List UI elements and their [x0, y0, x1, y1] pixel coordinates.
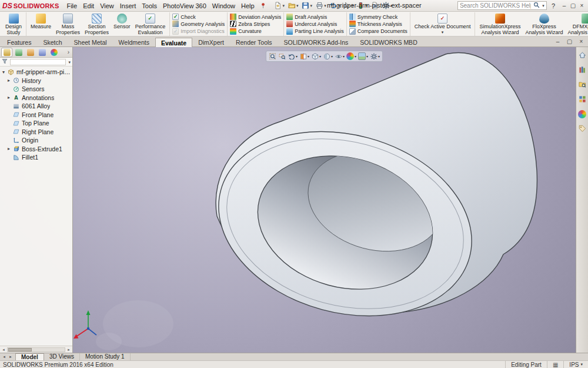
custom-properties-button[interactable] — [577, 124, 587, 134]
deviation-analysis-button[interactable]: Deviation Analysis — [230, 14, 281, 20]
sensor-button[interactable]: Sensor — [111, 13, 133, 30]
pin-menu-button[interactable] — [260, 2, 267, 9]
panel-tab-displaymanager[interactable] — [48, 48, 59, 57]
menu-insert[interactable]: Insert — [117, 2, 139, 10]
tree-item-top-plane[interactable]: Top Plane — [0, 119, 72, 128]
tree-item-6061-alloy[interactable]: 6061 Alloy — [0, 102, 72, 111]
geometry-analysis-button[interactable]: Geometry Analysis — [172, 21, 225, 27]
expand-arrow-icon[interactable]: ▸ — [6, 78, 11, 83]
tree-item-fillet1[interactable]: Fillet1 — [0, 153, 72, 162]
tree-item-boss-extrude1[interactable]: ▸Boss-Extrude1 — [0, 145, 72, 154]
tree-filter-input[interactable] — [10, 59, 66, 65]
tab-dimxpert[interactable]: DimXpert — [192, 37, 230, 47]
graphics-scene[interactable] — [0, 47, 576, 353]
tab-weldments[interactable]: Weldments — [113, 37, 155, 47]
bottom-tab-model[interactable]: Model — [15, 353, 44, 360]
scrollbar-thumb[interactable] — [8, 348, 32, 352]
tabs-scroll-left-button[interactable]: ◂ — [1, 354, 7, 359]
panel-expand-arrow[interactable]: › — [66, 49, 71, 55]
tab-sketch[interactable]: Sketch — [37, 37, 68, 47]
draft-analysis-button[interactable]: Draft Analysis — [286, 14, 327, 20]
display-style-button[interactable]: ▾ — [322, 52, 333, 60]
graphics-viewport[interactable]: ▾▾▾▾▾▾▾▾ — [0, 47, 588, 353]
part-3d-model[interactable] — [198, 53, 537, 343]
panel-tab-dimxpertmanager[interactable] — [36, 48, 48, 57]
grid-status-cell[interactable]: ▦ — [547, 361, 563, 368]
view-orientation-button[interactable]: ▾ — [310, 52, 322, 60]
tab-sheet-metal[interactable]: Sheet Metal — [68, 37, 113, 47]
measure-button[interactable]: Measure — [28, 13, 54, 30]
menu-help[interactable]: Help — [238, 2, 258, 10]
bottom-tab-3d-views[interactable]: 3D Views — [44, 353, 80, 360]
section-view-button[interactable]: ▾ — [299, 52, 310, 60]
compare-documents-button[interactable]: Compare Documents — [349, 28, 407, 35]
doc-restore-button[interactable]: ▢ — [565, 38, 574, 46]
tree-horizontal-scrollbar[interactable]: ◂ ▸ — [0, 346, 72, 353]
search-caret-icon[interactable]: ▾ — [542, 4, 544, 8]
expand-arrow-icon[interactable]: ▸ — [6, 95, 11, 100]
restore-button[interactable]: ▢ — [569, 2, 577, 10]
zebra-stripes-button[interactable]: Zebra Stripes — [230, 21, 270, 27]
symmetry-check-button[interactable]: Symmetry Check — [349, 14, 398, 20]
tree-item-origin[interactable]: Origin — [0, 136, 72, 145]
appearances-scenes-button[interactable] — [577, 109, 587, 119]
view-settings-button[interactable]: ▾ — [369, 52, 380, 60]
menu-photoview-360[interactable]: PhotoView 360 — [160, 2, 209, 10]
unit-system-cell[interactable]: IPS ▾ — [563, 361, 588, 368]
doc-close-button[interactable]: × — [577, 38, 586, 46]
menu-file[interactable]: File — [64, 2, 80, 10]
design-study-button[interactable]: DesignStudy — [3, 13, 24, 35]
apply-scene-button[interactable]: ▾ — [358, 52, 369, 60]
performance-evaluation-button[interactable]: PerformanceEvaluation — [133, 13, 168, 35]
tab-solidworks-add-ins[interactable]: SOLIDWORKS Add-Ins — [278, 37, 355, 47]
previous-view-button[interactable]: ▾ — [287, 52, 298, 60]
print-button[interactable]: ▾ — [314, 1, 328, 11]
dfmxpress-analysis-wizard-button[interactable]: DFMXpressAnalysis Wizard — [565, 13, 588, 35]
solidworks-resources-button[interactable] — [577, 50, 587, 60]
scrollbar-track[interactable] — [7, 347, 65, 352]
panel-tab-configurationmanager[interactable] — [25, 48, 36, 57]
mass-properties-button[interactable]: MassProperties — [54, 13, 82, 35]
filter-caret-icon[interactable]: ▾ — [68, 60, 71, 64]
tree-item-sensors[interactable]: Sensors — [0, 85, 72, 94]
tree-item-right-plane[interactable]: Right Plane — [0, 128, 72, 137]
tree-item-annotations[interactable]: ▸AAnnotations — [0, 94, 72, 102]
menu-edit[interactable]: Edit — [80, 2, 97, 10]
thickness-analysis-button[interactable]: Thickness Analysis — [349, 21, 402, 27]
bottom-tab-motion-study-1[interactable]: Motion Study 1 — [80, 353, 131, 360]
save-button[interactable]: ▾ — [300, 1, 314, 11]
tree-item-front-plane[interactable]: Front Plane — [0, 111, 72, 120]
parting-line-analysis-button[interactable]: Parting Line Analysis — [286, 28, 344, 35]
check-button[interactable]: Check — [172, 14, 196, 20]
tree-item-history[interactable]: ▸History — [0, 77, 72, 85]
curvature-button[interactable]: Curvature — [230, 28, 262, 35]
menu-tools[interactable]: Tools — [139, 2, 160, 10]
floxpress-analysis-wizard-button[interactable]: FloXpressAnalysis Wizard — [523, 13, 565, 35]
new-document-button[interactable]: ▾ — [273, 1, 286, 11]
zoom-fit-button[interactable] — [268, 52, 277, 60]
panel-tab-featuremanager[interactable] — [1, 48, 12, 57]
hide-show-items-button[interactable]: ▾ — [334, 52, 345, 60]
search-icon-slot[interactable] — [533, 2, 540, 10]
simulationxpress-analysis-wizard-button[interactable]: SimulationXpressAnalysis Wizard — [477, 13, 523, 35]
tab-render-tools[interactable]: Render Tools — [230, 37, 278, 47]
design-library-button[interactable] — [577, 65, 587, 75]
menu-window[interactable]: Window — [209, 2, 238, 10]
help-button[interactable]: ? — [550, 2, 557, 9]
doc-minimize-button[interactable]: – — [553, 38, 562, 46]
minimize-button[interactable]: – — [560, 2, 569, 10]
tree-item-mf-gripper-arm-piston-ext-spacer[interactable]: ▾mf-gripper-arm-piston-ext-spacer — [0, 68, 72, 77]
edit-appearance-button[interactable]: ▾ — [346, 52, 357, 60]
tabs-scroll-right-button[interactable]: ▸ — [8, 354, 14, 359]
scroll-left-arrow[interactable]: ◂ — [1, 347, 6, 352]
expand-arrow-icon[interactable]: ▾ — [1, 69, 6, 75]
panel-tab-propertymanager[interactable] — [13, 48, 24, 57]
filter-funnel-slot[interactable] — [2, 58, 8, 66]
tab-features[interactable]: Features — [1, 37, 37, 47]
expand-arrow-icon[interactable]: ▸ — [6, 146, 11, 151]
file-explorer-button[interactable] — [577, 79, 587, 89]
undercut-analysis-button[interactable]: Undercut Analysis — [286, 21, 337, 27]
tab-evaluate[interactable]: Evaluate — [155, 38, 192, 47]
scroll-right-arrow[interactable]: ▸ — [66, 347, 72, 352]
zoom-area-button[interactable] — [278, 52, 286, 60]
